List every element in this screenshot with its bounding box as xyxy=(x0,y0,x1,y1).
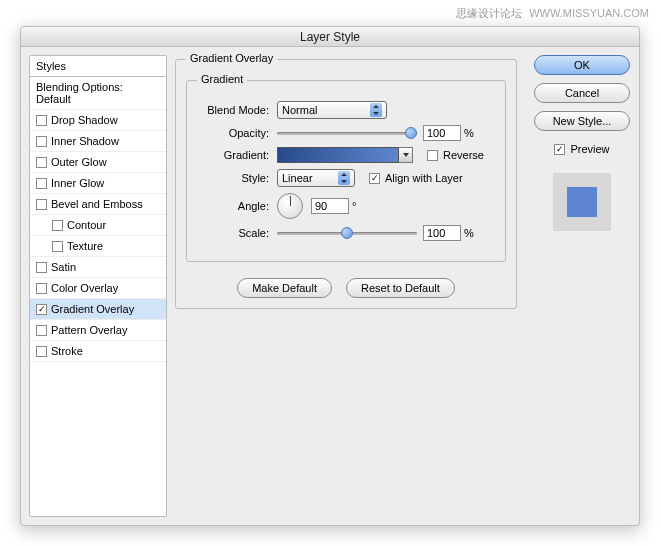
sidebar-item-checkbox[interactable] xyxy=(36,157,47,168)
dialog-buttons: OK Cancel New Style... Preview xyxy=(525,55,631,517)
sidebar-item-checkbox[interactable] xyxy=(36,325,47,336)
align-with-layer-label: Align with Layer xyxy=(385,172,463,184)
sidebar-item-color-overlay[interactable]: Color Overlay xyxy=(30,278,166,299)
align-with-layer-checkbox[interactable] xyxy=(369,173,380,184)
chevron-updown-icon xyxy=(370,103,382,117)
gradient-overlay-panel: Gradient Overlay Gradient Blend Mode: No… xyxy=(167,55,525,517)
gradient-dropdown-icon[interactable] xyxy=(399,147,413,163)
watermark: 思缘设计论坛 WWW.MISSYUAN.COM xyxy=(456,6,649,21)
make-default-button[interactable]: Make Default xyxy=(237,278,332,298)
sidebar-item-label: Outer Glow xyxy=(51,156,107,168)
gradient-label: Gradient: xyxy=(197,149,269,161)
sidebar-item-checkbox[interactable] xyxy=(36,178,47,189)
panel-title: Gradient Overlay xyxy=(186,52,277,64)
opacity-slider[interactable] xyxy=(277,126,417,140)
layer-style-dialog: Layer Style Styles Blending Options: Def… xyxy=(20,26,640,526)
scale-input[interactable] xyxy=(423,225,461,241)
sidebar-item-label: Satin xyxy=(51,261,76,273)
preview-box xyxy=(553,173,611,231)
angle-unit: ° xyxy=(352,200,356,212)
sidebar-item-outer-glow[interactable]: Outer Glow xyxy=(30,152,166,173)
sidebar-item-label: Bevel and Emboss xyxy=(51,198,143,210)
opacity-label: Opacity: xyxy=(197,127,269,139)
scale-label: Scale: xyxy=(197,227,269,239)
sidebar-item-checkbox[interactable] xyxy=(36,115,47,126)
sidebar-item-gradient-overlay[interactable]: Gradient Overlay xyxy=(30,299,166,320)
sidebar-item-checkbox[interactable] xyxy=(36,199,47,210)
style-label: Style: xyxy=(197,172,269,184)
chevron-updown-icon xyxy=(338,171,350,185)
reset-to-default-button[interactable]: Reset to Default xyxy=(346,278,455,298)
opacity-unit: % xyxy=(464,127,474,139)
reverse-checkbox[interactable] xyxy=(427,150,438,161)
sidebar-item-checkbox[interactable] xyxy=(52,241,63,252)
sidebar-item-checkbox[interactable] xyxy=(36,262,47,273)
sidebar-item-label: Drop Shadow xyxy=(51,114,118,126)
sidebar-item-bevel-and-emboss[interactable]: Bevel and Emboss xyxy=(30,194,166,215)
sidebar-item-checkbox[interactable] xyxy=(36,304,47,315)
gradient-subtitle: Gradient xyxy=(197,73,247,85)
angle-dial[interactable] xyxy=(277,193,303,219)
sidebar-item-checkbox[interactable] xyxy=(36,136,47,147)
blend-mode-label: Blend Mode: xyxy=(197,104,269,116)
sidebar-item-texture[interactable]: Texture xyxy=(30,236,166,257)
sidebar-item-pattern-overlay[interactable]: Pattern Overlay xyxy=(30,320,166,341)
sidebar-item-label: Stroke xyxy=(51,345,83,357)
sidebar-item-label: Inner Shadow xyxy=(51,135,119,147)
sidebar-item-drop-shadow[interactable]: Drop Shadow xyxy=(30,110,166,131)
preview-swatch xyxy=(567,187,597,217)
sidebar-item-inner-shadow[interactable]: Inner Shadow xyxy=(30,131,166,152)
sidebar-item-label: Contour xyxy=(67,219,106,231)
preview-label: Preview xyxy=(570,143,609,155)
angle-input[interactable] xyxy=(311,198,349,214)
sidebar-item-label: Pattern Overlay xyxy=(51,324,127,336)
preview-checkbox[interactable] xyxy=(554,144,565,155)
sidebar-item-inner-glow[interactable]: Inner Glow xyxy=(30,173,166,194)
sidebar-header[interactable]: Styles xyxy=(30,56,166,77)
scale-unit: % xyxy=(464,227,474,239)
sidebar-item-label: Color Overlay xyxy=(51,282,118,294)
angle-label: Angle: xyxy=(197,200,269,212)
sidebar-item-label: Gradient Overlay xyxy=(51,303,134,315)
sidebar-item-checkbox[interactable] xyxy=(36,283,47,294)
ok-button[interactable]: OK xyxy=(534,55,630,75)
style-select[interactable]: Linear xyxy=(277,169,355,187)
sidebar-item-label: Inner Glow xyxy=(51,177,104,189)
new-style-button[interactable]: New Style... xyxy=(534,111,630,131)
dialog-title: Layer Style xyxy=(21,27,639,47)
scale-slider[interactable] xyxy=(277,226,417,240)
sidebar-item-checkbox[interactable] xyxy=(36,346,47,357)
sidebar-item-satin[interactable]: Satin xyxy=(30,257,166,278)
sidebar-item-checkbox[interactable] xyxy=(52,220,63,231)
sidebar-item-contour[interactable]: Contour xyxy=(30,215,166,236)
opacity-input[interactable] xyxy=(423,125,461,141)
reverse-label: Reverse xyxy=(443,149,484,161)
gradient-swatch[interactable] xyxy=(277,147,399,163)
styles-sidebar: Styles Blending Options: Default Drop Sh… xyxy=(29,55,167,517)
sidebar-item-label: Texture xyxy=(67,240,103,252)
cancel-button[interactable]: Cancel xyxy=(534,83,630,103)
sidebar-blending-options[interactable]: Blending Options: Default xyxy=(30,77,166,110)
blend-mode-select[interactable]: Normal xyxy=(277,101,387,119)
sidebar-item-stroke[interactable]: Stroke xyxy=(30,341,166,362)
